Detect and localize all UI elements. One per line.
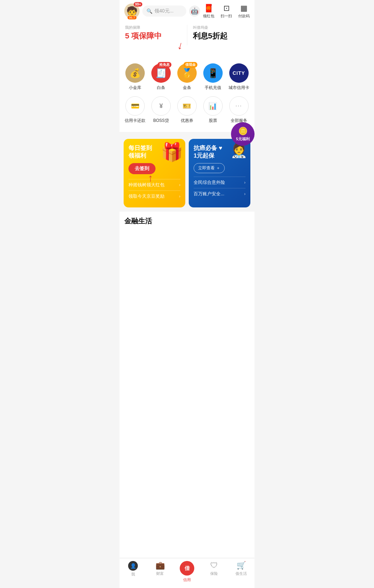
- promo-checkin-links: 种摇钱树领大红包 › 领取今天京豆奖励 ›: [128, 179, 180, 202]
- services-row-1: 💰 小金库 抢免息 🧾 白条 借现金 🥇 金条: [119, 61, 255, 93]
- credit-score: 96.7: [127, 16, 136, 19]
- nav-life-label: 值生活: [235, 571, 247, 576]
- red-arrow-up: ↑: [148, 172, 153, 184]
- service-coupon[interactable]: 🎫 优惠券: [175, 96, 199, 124]
- boss-loan-label: BOSS贷: [153, 118, 169, 124]
- promo-insurance-links: 全民综合意外险 › 百万账户安全... ›: [194, 177, 246, 199]
- promo-link-accident-text: 全民综合意外险: [194, 179, 244, 186]
- jintiao-label: 金条: [183, 85, 191, 91]
- promo-link-tree-arrow: ›: [179, 182, 180, 187]
- xiaojinku-label: 小金库: [129, 85, 141, 91]
- xiaojinku-icon: 💰: [130, 68, 141, 79]
- service-boss-loan[interactable]: ¥ BOSS贷: [149, 96, 173, 124]
- jintiao-icon-wrap: 借现金 🥇: [177, 63, 197, 83]
- insurance-button-text: 立即查看: [198, 165, 215, 171]
- nav-insurance-icon: 🛡: [210, 561, 218, 570]
- promo-card-insurance[interactable]: 抗癌必备 ♥1元起保 立即查看 ＋ 🧑‍⚕️ 全民综合意外险 › 百万账户安全.…: [189, 139, 250, 207]
- service-city-card[interactable]: CITY 城市信用卡: [227, 63, 251, 91]
- card-repay-icon-wrap: 💳: [125, 96, 145, 116]
- all-services-icon-wrap: ···: [229, 96, 249, 116]
- stock-icon: 📊: [208, 102, 217, 110]
- loan-banner[interactable]: 叫借坞壶 利息5折起: [187, 25, 249, 45]
- promo-link-account[interactable]: 百万账户安全... ›: [194, 188, 246, 199]
- payment-code-button[interactable]: ▦ 付款码: [238, 4, 250, 19]
- nav-credit[interactable]: 借 信用: [173, 561, 201, 582]
- gift-icon: 🎁: [161, 142, 183, 163]
- nav-life-icon: 🛒: [237, 561, 246, 570]
- nav-insurance[interactable]: 🛡 保险: [201, 561, 228, 582]
- insurance-count: 5: [125, 32, 129, 40]
- city-label: 城市信用卡: [229, 85, 249, 91]
- coin-icon: 🪙: [238, 127, 248, 136]
- service-card-repay[interactable]: 💳 信用卡还款: [123, 96, 147, 124]
- insurance-title-rest: 项保障中: [131, 32, 162, 40]
- header: 🧒 99+ 96.7 🔍 领40元... 🤖 🧧 领红包 ⊡ 扫一扫 ▦ 付款码: [119, 0, 255, 21]
- payment-code-label: 付款码: [238, 14, 250, 19]
- linghongbao-button[interactable]: 🧧 领红包: [203, 4, 214, 19]
- card-repay-label: 信用卡还款: [125, 118, 145, 124]
- nav-me-icon: 👤: [128, 561, 138, 571]
- promo-link-account-arrow: ›: [244, 191, 246, 196]
- float-benefit-button[interactable]: 🪙 5元福利: [231, 122, 255, 146]
- header-actions: 🧧 领红包 ⊡ 扫一扫 ▦ 付款码: [203, 4, 250, 19]
- chongzhi-icon-wrap: 📱: [203, 63, 223, 83]
- promo-link-accident[interactable]: 全民综合意外险 ›: [194, 177, 246, 188]
- nav-life[interactable]: 🛒 值生活: [228, 561, 255, 582]
- stock-label: 股票: [209, 118, 217, 124]
- jintiao-icon: 🥇: [181, 68, 193, 79]
- promo-link-accident-arrow: ›: [244, 180, 246, 185]
- scan-label: 扫一扫: [221, 14, 232, 19]
- robot-icon[interactable]: 🤖: [189, 6, 200, 17]
- promo-link-jd-arrow: ›: [179, 194, 180, 199]
- insurance-button[interactable]: 立即查看 ＋: [194, 163, 225, 173]
- nav-insurance-label: 保险: [210, 571, 218, 576]
- city-text: CITY: [233, 70, 245, 76]
- notification-badge: 99+: [134, 2, 142, 7]
- scan-button[interactable]: ⊡ 扫一扫: [221, 4, 232, 19]
- boss-loan-icon-wrap: ¥: [151, 96, 171, 116]
- service-stock[interactable]: 📊 股票: [201, 96, 225, 124]
- baitiao-icon-wrap: 抢免息 🧾: [151, 63, 171, 83]
- service-jintiao[interactable]: 借现金 🥇 金条: [175, 63, 199, 91]
- insurance-title: 5 项保障中: [125, 31, 181, 41]
- services-row-2: 💳 信用卡还款 ¥ BOSS贷 🎫 优惠券 📊 股票: [119, 93, 255, 126]
- nav-credit-icon: 借: [180, 561, 194, 576]
- insurance-banner[interactable]: 我的保障 5 项保障中: [125, 25, 187, 45]
- services-section: 💰 小金库 抢免息 🧾 白条 借现金 🥇 金条: [119, 58, 255, 132]
- chongzhi-label: 手机充值: [205, 85, 221, 91]
- hongbao-label: 领红包: [203, 14, 214, 19]
- boss-loan-icon: ¥: [159, 103, 163, 110]
- nav-wealth[interactable]: 💼 财富: [146, 561, 173, 582]
- coupon-label: 优惠券: [181, 118, 193, 124]
- service-xiaojinku[interactable]: 💰 小金库: [123, 63, 147, 91]
- banner-section: 我的保障 5 项保障中 叫借坞壶 利息5折起: [119, 21, 255, 45]
- promo-section: 每日签到领福利 去签到 🎁 种摇钱树领大红包 › 领取今天京豆奖励 › 抗癌必备…: [119, 135, 255, 212]
- chongzhi-icon: 📱: [207, 68, 219, 79]
- service-all[interactable]: ··· 全部服务: [227, 96, 251, 124]
- promo-link-tree[interactable]: 种摇钱树领大红包 ›: [128, 179, 180, 190]
- baitiao-badge: 抢免息: [158, 62, 171, 68]
- avatar-icon: 🧒: [126, 6, 137, 17]
- page-root: 🧒 99+ 96.7 🔍 领40元... 🤖 🧧 领红包 ⊡ 扫一扫 ▦ 付款码: [119, 0, 255, 588]
- search-placeholder-text: 领40元...: [154, 8, 173, 14]
- bottom-nav: 👤 我 💼 财富 借 信用 🛡 保险 🛒 值生活: [119, 558, 255, 588]
- search-bar[interactable]: 🔍 领40元...: [142, 6, 186, 17]
- barcode-icon: ▦: [240, 4, 248, 13]
- baitiao-icon: 🧾: [155, 68, 167, 79]
- loan-title: 利息5折起: [193, 31, 249, 41]
- nav-me[interactable]: 👤 我: [119, 561, 146, 582]
- avatar-wrap[interactable]: 🧒 99+ 96.7: [124, 3, 140, 19]
- float-benefit-label: 5元福利: [236, 136, 249, 142]
- promo-card-checkin[interactable]: 每日签到领福利 去签到 🎁 种摇钱树领大红包 › 领取今天京豆奖励 ›: [124, 139, 185, 207]
- coupon-icon: 🎫: [182, 102, 191, 110]
- promo-link-jd[interactable]: 领取今天京豆奖励 ›: [128, 190, 180, 202]
- insurance-subtitle: 我的保障: [125, 25, 181, 30]
- service-chongzhi[interactable]: 📱 手机充值: [201, 63, 225, 91]
- service-baitiao[interactable]: 抢免息 🧾 白条: [149, 63, 173, 91]
- scan-icon: ⊡: [223, 4, 230, 13]
- coupon-icon-wrap: 🎫: [177, 96, 197, 116]
- nav-wealth-label: 财富: [156, 571, 164, 576]
- promo-link-account-text: 百万账户安全...: [194, 191, 244, 197]
- stock-icon-wrap: 📊: [203, 96, 223, 116]
- section-title-finance: 金融生活: [119, 212, 255, 227]
